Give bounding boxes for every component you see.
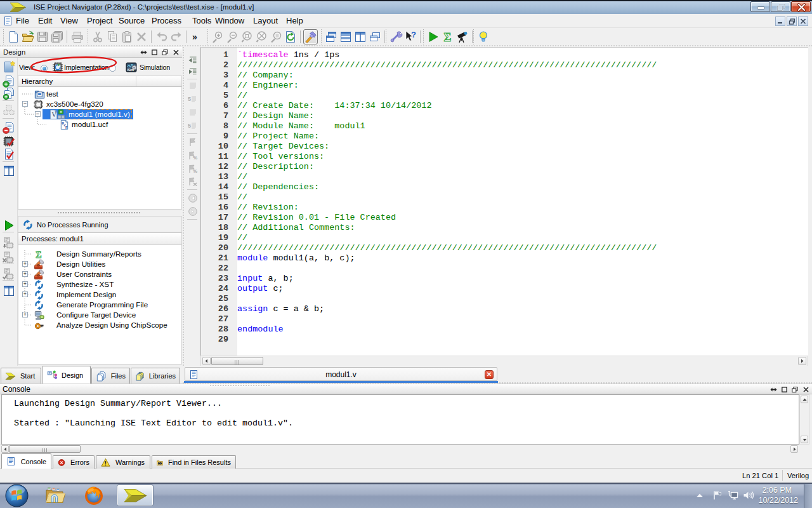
menu-item[interactable]: Process [152, 16, 181, 25]
process-item[interactable]: + User Constraints [18, 269, 181, 279]
menu-item[interactable]: File [16, 16, 29, 25]
run-button[interactable] [426, 29, 440, 44]
analyze-button[interactable] [455, 29, 469, 44]
refresh-button[interactable] [283, 29, 298, 44]
mdi-restore-button[interactable] [787, 17, 797, 26]
process-item[interactable]: + Synthesize - XST [18, 279, 181, 290]
design-panel-restore-button[interactable] [161, 48, 169, 57]
scroll-thumb[interactable] [9, 445, 81, 453]
expand-expander[interactable]: + [22, 312, 28, 318]
scroll-right-button[interactable] [798, 357, 806, 365]
console-close-button[interactable] [802, 385, 809, 394]
tree-node[interactable]: test [18, 89, 181, 99]
design-summary-button[interactable] [440, 29, 455, 44]
tile-horizontal-button[interactable] [338, 29, 353, 44]
tab-warnings[interactable]: Warnings [96, 455, 150, 469]
menu-item[interactable]: Window [215, 16, 244, 25]
show-hidden-icons-button[interactable] [695, 492, 704, 498]
print-button[interactable] [70, 29, 84, 44]
process-item[interactable]: + Design Utilities [18, 259, 181, 269]
navigate-back-icon[interactable] [187, 193, 199, 203]
tab-find-in-files[interactable]: Find in Files Results [152, 455, 236, 469]
taskbar-firefox-button[interactable] [77, 485, 110, 506]
process-item[interactable]: Analyze Design Using ChipScope [18, 320, 181, 330]
uncomment-lines-icon[interactable] [187, 107, 199, 117]
copy-button[interactable] [105, 29, 119, 44]
uncomment-selection-icon[interactable] [187, 121, 199, 131]
project-settings-button[interactable] [388, 29, 403, 44]
expand-expander[interactable]: + [22, 281, 28, 287]
code-editor[interactable]: 1`timescale 1ns / 1ps2//////////////////… [200, 47, 808, 356]
close-tab-button[interactable]: ✕ [485, 370, 494, 379]
scroll-right-button[interactable] [790, 445, 798, 453]
simulation-label[interactable]: Simulation [140, 64, 170, 71]
zoom-in-button[interactable] [210, 29, 225, 44]
collapse-expander[interactable]: − [22, 101, 28, 107]
clock-date[interactable]: 10/22/2012 [758, 496, 798, 505]
process-item[interactable]: Design Summary/Reports [18, 249, 181, 259]
zoom-out-button[interactable] [225, 29, 239, 44]
menu-item[interactable]: Tools [192, 16, 211, 25]
tab-errors[interactable]: Errors [53, 455, 95, 469]
console-vertical-scrollbar[interactable] [799, 394, 809, 444]
paste-button[interactable] [119, 29, 134, 44]
tab-modul1-v[interactable]: modul1.v ✕ [185, 367, 497, 381]
scroll-thumb[interactable] [211, 357, 263, 365]
cut-button[interactable] [90, 29, 105, 44]
expand-expander[interactable]: + [22, 261, 28, 267]
network-icon[interactable] [727, 490, 738, 501]
collapse-expander[interactable]: − [35, 111, 41, 117]
menu-item[interactable]: Source [119, 16, 145, 25]
close-button[interactable] [791, 1, 811, 12]
tab-files[interactable]: Files [91, 368, 130, 384]
whats-this-button[interactable] [403, 29, 417, 44]
taskbar-explorer-button[interactable] [38, 485, 71, 506]
next-bookmark-icon[interactable] [187, 150, 199, 161]
undo-button[interactable] [154, 29, 169, 44]
open-button[interactable] [20, 29, 35, 44]
float-window-button[interactable] [367, 29, 382, 44]
minimize-button[interactable] [750, 1, 770, 12]
start-button[interactable] [5, 484, 29, 507]
clear-bookmarks-icon[interactable] [187, 177, 199, 187]
console-horizontal-scrollbar[interactable] [0, 444, 799, 453]
tree-node[interactable]: − modul1 (modul1.v) [18, 109, 181, 119]
indent-icon[interactable] [187, 67, 199, 77]
clock-time[interactable]: 2:06 PM [762, 486, 792, 495]
toolbar-overflow-button[interactable]: » [189, 29, 200, 44]
volume-icon[interactable] [742, 490, 754, 501]
design-panel-close-button[interactable] [172, 48, 180, 57]
comment-lines-icon[interactable] [187, 81, 199, 91]
expand-expander[interactable]: + [22, 291, 28, 297]
zoom-doc-button[interactable] [268, 29, 283, 44]
tab-libraries[interactable]: Libraries [131, 368, 180, 384]
delete-button[interactable] [134, 29, 148, 44]
simulation-radio[interactable] [109, 65, 116, 72]
outdent-icon[interactable] [187, 55, 199, 65]
mdi-minimize-button[interactable] [775, 17, 785, 26]
process-item[interactable]: + Configure Target Device [18, 310, 181, 320]
implementation-radio[interactable] [41, 65, 48, 72]
editor-horizontal-scrollbar[interactable] [200, 356, 808, 366]
tab-console[interactable]: Console [1, 453, 51, 469]
scroll-up-button[interactable] [801, 396, 808, 403]
panel-splitter[interactable] [18, 210, 182, 216]
menu-item[interactable]: Edit [38, 16, 52, 25]
design-panel-maximize-button[interactable] [150, 48, 158, 57]
comment-selection-icon[interactable] [187, 94, 199, 104]
tile-vertical-button[interactable] [353, 29, 367, 44]
mdi-close-button[interactable] [798, 17, 808, 26]
save-all-button[interactable] [49, 29, 64, 44]
menu-item[interactable]: Layout [253, 16, 278, 25]
menu-item[interactable]: Project [87, 16, 112, 25]
restore-button[interactable] [771, 1, 790, 12]
toggle-bookmark-icon[interactable] [187, 137, 199, 147]
expand-expander[interactable]: + [22, 271, 28, 277]
prev-bookmark-icon[interactable] [187, 164, 199, 174]
implementation-label[interactable]: Implementation [64, 64, 108, 71]
tree-node[interactable]: − xc3s500e-4fg320 [18, 99, 181, 109]
tab-start[interactable]: Start [1, 368, 41, 384]
console-float-button[interactable] [769, 385, 777, 394]
zoom-full-button[interactable] [239, 29, 254, 44]
scroll-down-button[interactable] [801, 436, 808, 443]
